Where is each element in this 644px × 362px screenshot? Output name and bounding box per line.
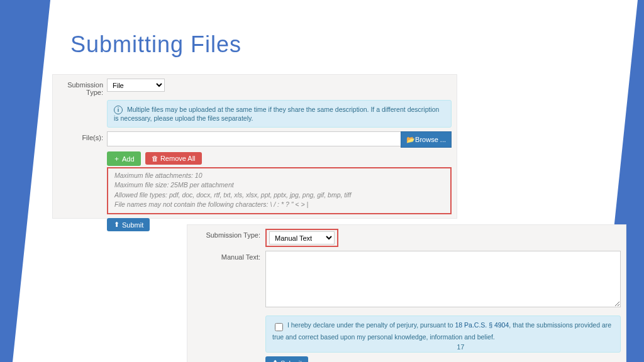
info-alert: i Multiple files may be uploaded at the … (107, 100, 452, 128)
label-submission-type-2: Submission Type: (192, 229, 265, 239)
slide-stripe-left (0, 0, 57, 362)
submission-type-select-2[interactable]: Manual Text (269, 231, 335, 244)
hint-max-size: Maximum file size: 25MB per attachment (114, 180, 444, 190)
hint-allowed-types: Allowed file types: pdf, doc, docx, rtf,… (114, 190, 444, 200)
trash-icon: 🗑 (152, 155, 158, 162)
upload-icon: ⬆ (113, 221, 119, 229)
upload-icon: ⬆ (272, 359, 278, 362)
manual-text-panel: Submission Type: Manual Text Manual Text… (187, 224, 626, 362)
slide-title: Submitting Files (70, 31, 242, 58)
plus-icon: ＋ (113, 154, 119, 163)
folder-open-icon: 📂 (406, 136, 413, 144)
submit-button-files[interactable]: ⬆ Submit (107, 218, 150, 231)
submit-button-manual[interactable]: ⬆ Submit (265, 356, 308, 362)
declaration-box: I hereby declare under the penalty of pe… (265, 315, 621, 353)
label-files: File(s): (58, 131, 107, 141)
file-path-input[interactable] (107, 131, 401, 146)
file-submission-panel: Submission Type: File i Multiple files m… (52, 74, 457, 219)
declaration-text: I hereby declare under the penalty of pe… (272, 321, 611, 341)
label-manual-text: Manual Text: (192, 251, 265, 261)
info-icon: i (114, 106, 123, 114)
add-button[interactable]: ＋ Add (107, 151, 141, 166)
file-hints-box: Maximum file attachments: 10 Maximum fil… (107, 167, 452, 214)
label-submission-type: Submission Type: (58, 79, 107, 96)
hint-bad-chars: File names may not contain the following… (114, 200, 444, 209)
remove-all-button[interactable]: 🗑 Remove All (145, 152, 202, 165)
statute-link[interactable]: 18 Pa.C.S. § 4904 (455, 321, 509, 329)
page-number: 17 (457, 343, 465, 351)
info-text: Multiple files may be uploaded at the sa… (114, 106, 439, 122)
hint-max-attachments: Maximum file attachments: 10 (114, 171, 444, 180)
submission-type-highlight: Manual Text (265, 229, 338, 247)
manual-text-textarea[interactable] (265, 251, 621, 307)
declaration-checkbox[interactable] (275, 323, 283, 331)
browse-button[interactable]: 📂 Browse ... (401, 131, 452, 148)
submission-type-select[interactable]: File (107, 79, 165, 92)
